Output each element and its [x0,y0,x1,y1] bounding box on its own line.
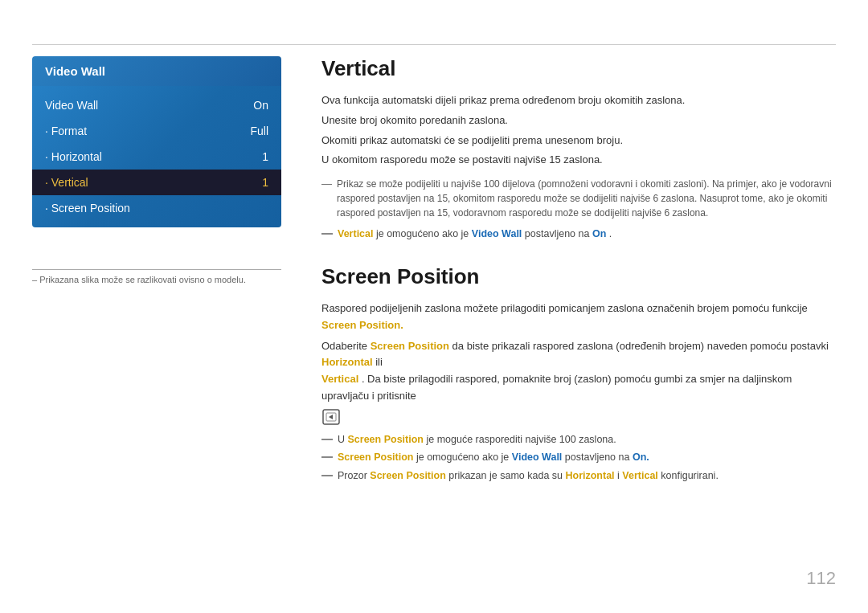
vertical-info-dash [321,233,333,235]
vertical-title: Vertical [321,56,836,81]
screen-pos-note3-prozor: Prozor [338,470,370,481]
vertical-line-2: Unesite broj okomito poredanih zaslona. [321,112,836,129]
vertical-info-period: . [609,228,612,239]
screen-pos-para2-h2: Horizontal [321,356,373,368]
remote-icon-container [321,408,836,429]
screen-pos-para2: Odaberite Screen Position da biste prika… [321,338,836,405]
screen-pos-note2-end: postavljeno na [565,452,633,463]
main-content: Vertical Ova funkcija automatski dijeli … [321,56,836,581]
sidebar-item-video-wall-label: Video Wall [45,99,98,112]
vertical-info-text: Vertical je omogućeno ako je Video Wall … [338,227,612,242]
sidebar-item-format-value: Full [250,125,268,137]
vertical-info-end: postavljeno na [525,228,592,239]
screen-pos-para2-h3: Vertical [321,373,358,385]
top-divider [32,44,836,45]
screen-pos-para2-end: . Da biste prilagodili raspored, pomakni… [321,373,792,402]
sidebar-divider [32,269,281,270]
screen-pos-para2-before: Odaberite [321,340,371,352]
sidebar-item-horizontal-value: 1 [262,150,268,163]
sidebar-item-format-label: · Format [45,125,87,137]
screen-pos-note3-dash [321,475,333,476]
sidebar-item-vertical-label: · Vertical [45,176,88,189]
screen-pos-para2-or: ili [375,356,383,368]
vertical-note-text: Prikaz se može podijeliti u najviše 100 … [337,177,836,220]
screen-pos-note3-mid: prikazan je samo kada su [448,470,565,481]
sidebar-item-screen-position[interactable]: · Screen Position [32,195,281,221]
vertical-note-dash: — [321,178,332,190]
screen-pos-note2: Screen Position je omogućeno ako je Vide… [321,450,836,465]
remote-control-icon [321,408,341,426]
screen-pos-note1-dash [321,439,333,440]
screen-pos-para1-before: Raspored podijeljenih zaslona možete pri… [321,302,808,314]
sidebar-note: – Prikazana slika može se razlikovati ov… [32,275,281,284]
screen-pos-note1-end: je moguće rasporediti najviše 100 zaslon… [426,434,616,445]
screen-pos-note2-on: On. [633,452,649,463]
screen-pos-para1-highlight: Screen Position. [321,319,403,331]
vertical-section: Vertical Ova funkcija automatski dijeli … [321,56,836,242]
screen-pos-note3-v: Vertical [622,470,657,481]
sidebar-item-video-wall-value: On [253,99,268,112]
screen-pos-para1: Raspored podijeljenih zaslona možete pri… [321,300,836,334]
vertical-info-videowall: Video Wall [472,228,522,239]
vertical-note-block: — Prikaz se može podijeliti u najviše 10… [321,177,836,220]
vertical-info-mid: je omogućeno ako je [376,228,472,239]
page-number: 112 [806,568,836,589]
screen-pos-note2-sp: Screen Position [338,452,413,463]
vertical-line-1: Ova funkcija automatski dijeli prikaz pr… [321,92,836,109]
sidebar-item-horizontal-label: · Horizontal [45,150,102,163]
sidebar-item-screen-pos-label: · Screen Position [45,202,130,215]
sidebar-title: Video Wall [45,64,105,78]
vertical-info-vertical: Vertical [338,228,373,239]
vertical-line-4: U okomitom rasporedu može se postaviti n… [321,152,836,169]
sidebar-item-format[interactable]: · Format Full [32,118,281,144]
screen-pos-note3: Prozor Screen Position prikazan je samo … [321,468,836,484]
sidebar-item-vertical-value: 1 [262,176,268,189]
vertical-info-line: Vertical je omogućeno ako je Video Wall … [321,227,836,242]
screen-pos-note3-text: Prozor Screen Position prikazan je samo … [338,468,719,484]
screen-pos-note2-dash [321,456,333,458]
screen-pos-note3-sp: Screen Position [370,470,445,481]
screen-pos-note3-h: Horizontal [565,470,614,481]
screen-position-title: Screen Position [321,264,836,289]
vertical-line-3: Okomiti prikaz automatski će se podijeli… [321,133,836,149]
screen-position-section: Screen Position Raspored podijeljenih za… [321,264,836,484]
screen-pos-note2-mid: je omogućeno ako je [416,452,512,463]
sidebar-item-video-wall[interactable]: Video Wall On [32,92,281,118]
sidebar: Video Wall Video Wall On · Format Full ·… [32,56,281,227]
screen-pos-note2-text: Screen Position je omogućeno ako je Vide… [338,450,649,465]
screen-pos-note1: U Screen Position je moguće rasporediti … [321,432,836,447]
sidebar-item-vertical[interactable]: · Vertical 1 [32,170,281,195]
vertical-info-on: On [592,228,606,239]
svg-marker-2 [329,415,333,419]
sidebar-item-horizontal[interactable]: · Horizontal 1 [32,144,281,170]
sidebar-body: Video Wall On · Format Full · Horizontal… [32,86,281,227]
screen-pos-note1-u: U [338,434,348,445]
screen-pos-note2-vw: Video Wall [512,452,563,463]
sidebar-header: Video Wall [32,56,281,86]
screen-pos-note3-end: konfigurirani. [661,470,719,481]
screen-pos-note1-highlight: Screen Position [348,434,424,445]
screen-pos-para2-mid: da biste prikazali raspored zaslona (odr… [452,340,829,352]
screen-pos-para2-h1: Screen Position [371,340,449,352]
screen-pos-note1-text: U Screen Position je moguće rasporediti … [338,432,616,447]
